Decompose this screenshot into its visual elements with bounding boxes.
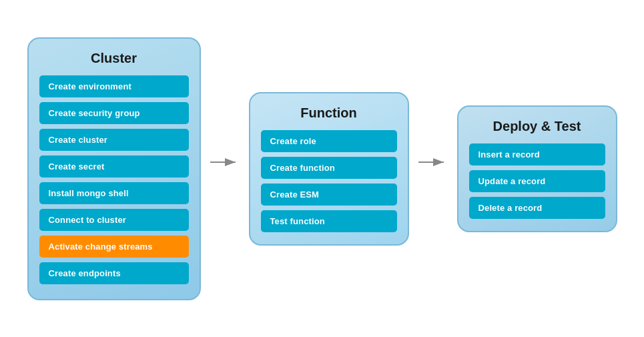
function-btn-3[interactable]: Test function (261, 210, 397, 232)
deploy-btn-1[interactable]: Update a record (469, 170, 605, 192)
deploy-panel: Deploy & Test Insert a recordUpdate a re… (457, 105, 617, 232)
deploy-title: Deploy & Test (493, 119, 581, 134)
function-panel: Function Create roleCreate functionCreat… (249, 92, 409, 246)
deploy-btn-list: Insert a recordUpdate a recordDelete a r… (469, 143, 605, 219)
cluster-panel: Cluster Create environmentCreate securit… (27, 37, 201, 300)
cluster-btn-6[interactable]: Activate change streams (39, 236, 189, 258)
function-btn-0[interactable]: Create role (261, 130, 397, 152)
arrow-2 (409, 154, 457, 170)
cluster-btn-1[interactable]: Create security group (39, 102, 189, 124)
deploy-btn-2[interactable]: Delete a record (469, 197, 605, 219)
cluster-btn-3[interactable]: Create secret (39, 155, 189, 178)
function-btn-list: Create roleCreate functionCreate ESMTest… (261, 130, 397, 232)
deploy-btn-0[interactable]: Insert a record (469, 143, 605, 165)
cluster-btn-0[interactable]: Create environment (39, 75, 189, 97)
cluster-btn-2[interactable]: Create cluster (39, 129, 189, 151)
cluster-title: Cluster (91, 51, 137, 66)
function-title: Function (300, 105, 356, 121)
function-btn-1[interactable]: Create function (261, 157, 397, 179)
cluster-btn-list: Create environmentCreate security groupC… (39, 75, 189, 284)
cluster-btn-7[interactable]: Create endpoints (39, 262, 189, 284)
arrow-1 (201, 154, 249, 170)
cluster-btn-5[interactable]: Connect to cluster (39, 209, 189, 231)
function-btn-2[interactable]: Create ESM (261, 184, 397, 206)
diagram: Cluster Create environmentCreate securit… (14, 24, 631, 314)
cluster-btn-4[interactable]: Install mongo shell (39, 182, 189, 204)
